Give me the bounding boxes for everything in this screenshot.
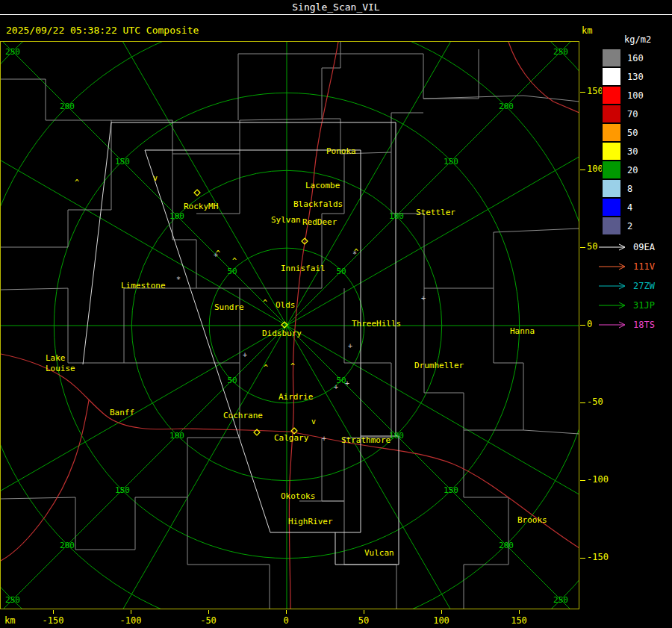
cross-marker: + bbox=[322, 435, 326, 443]
city-label-innisfail: Innisfail bbox=[281, 264, 326, 273]
legend-row: 130 bbox=[602, 67, 672, 86]
municipal-boundary bbox=[1, 154, 196, 363]
ring-distance-label: 100 bbox=[169, 431, 184, 441]
city-label-hanna: Hanna bbox=[510, 326, 535, 336]
municipal-boundary bbox=[1, 120, 111, 247]
legend-color-swatch bbox=[602, 123, 621, 142]
municipal-boundary bbox=[238, 49, 479, 99]
legend-value: 70 bbox=[627, 109, 638, 119]
ring-distance-label: 150 bbox=[115, 485, 130, 495]
x-axis-unit-label: km bbox=[4, 615, 15, 626]
legend-value: 2 bbox=[627, 221, 632, 231]
x-tick-mark bbox=[208, 610, 209, 614]
legend-unit-label: kg/m2 bbox=[624, 34, 672, 45]
legend-value: 160 bbox=[627, 53, 644, 63]
caret-marker: ^ bbox=[75, 178, 79, 187]
legend-value: 50 bbox=[627, 128, 638, 138]
radial-line bbox=[1, 115, 287, 326]
legend-row: 2 bbox=[602, 217, 672, 235]
city-label-rockymh: RockyMH bbox=[184, 202, 218, 211]
radar-site-row: 31JP bbox=[597, 296, 672, 315]
ring-distance-label: 200 bbox=[499, 541, 514, 550]
cross-marker: + bbox=[345, 379, 349, 388]
x-tick-mark bbox=[519, 610, 520, 614]
ring-distance-label: 150 bbox=[444, 157, 458, 167]
title-bar: Single_Scan_VIL bbox=[0, 0, 672, 15]
city-label-limestone: Limestone bbox=[121, 281, 166, 290]
municipal-boundary bbox=[464, 430, 508, 609]
radar-site-marker bbox=[194, 190, 200, 196]
city-label-highriver: HighRiver bbox=[288, 517, 333, 526]
legend-color-swatch bbox=[602, 105, 621, 123]
cross-marker: + bbox=[348, 342, 352, 350]
radar-site-row: 27ZW bbox=[597, 276, 672, 296]
radar-site-id: 111V bbox=[633, 261, 655, 272]
map-svg: 5010015020025050100150200250501001502002… bbox=[1, 42, 579, 609]
radar-site-row: 111V bbox=[597, 257, 672, 276]
municipal-boundary bbox=[322, 438, 396, 609]
ring-distance-label: 50 bbox=[227, 376, 237, 385]
radial-line bbox=[287, 326, 498, 609]
legend-row: 8 bbox=[602, 179, 672, 198]
x-tick-label: 150 bbox=[504, 615, 534, 626]
legend-color-swatch bbox=[602, 161, 621, 179]
site-arrow-icon bbox=[597, 301, 629, 310]
y-tick-label: 0 bbox=[587, 319, 592, 329]
scan-coverage-outline bbox=[335, 436, 399, 565]
legend-value: 20 bbox=[627, 165, 638, 175]
y-axis-unit-label: km bbox=[582, 25, 592, 36]
y-tick-label: -50 bbox=[587, 397, 603, 407]
highway-line bbox=[290, 432, 579, 548]
municipal-boundary bbox=[111, 42, 340, 154]
ring-distance-label: 250 bbox=[553, 47, 568, 57]
radial-line bbox=[1, 326, 287, 609]
x-tick-label: -150 bbox=[38, 615, 68, 626]
legend-color-swatch bbox=[602, 198, 621, 217]
x-tick-label: -100 bbox=[116, 615, 146, 626]
radar-site-id: 27ZW bbox=[633, 281, 655, 291]
radial-line bbox=[76, 326, 287, 609]
legend-row: 100 bbox=[602, 86, 672, 105]
legend-value: 8 bbox=[627, 184, 632, 194]
site-arrow-icon bbox=[597, 262, 629, 271]
city-label-sundre: Sundre bbox=[214, 302, 244, 312]
y-tick-label: -150 bbox=[587, 552, 609, 562]
site-arrow-icon bbox=[597, 243, 629, 252]
legend-row: 50 bbox=[602, 123, 672, 142]
star-marker: * bbox=[176, 276, 181, 284]
caret-marker: ^ bbox=[263, 299, 267, 307]
city-label-lake: Lake bbox=[46, 353, 66, 363]
radar-site-id: 31JP bbox=[633, 300, 655, 311]
municipal-boundary bbox=[1, 79, 111, 120]
legend-value: 100 bbox=[627, 90, 644, 101]
ring-distance-label: 250 bbox=[5, 595, 20, 605]
city-label-banff: Banff bbox=[110, 408, 134, 417]
legend-value: 30 bbox=[627, 146, 638, 157]
city-label-ponoka: Ponoka bbox=[326, 146, 356, 156]
cross-marker: + bbox=[243, 351, 247, 359]
cross-marker: + bbox=[214, 251, 218, 259]
radar-map[interactable]: 5010015020025050100150200250501001502002… bbox=[0, 41, 579, 609]
site-arrow-icon bbox=[597, 282, 629, 290]
radar-site-legend: 09EA111V27ZW31JP18TS bbox=[597, 237, 672, 335]
ring-distance-label: 200 bbox=[60, 541, 75, 550]
city-label-blackfalds: Blackfalds bbox=[293, 199, 343, 209]
legend-row: 30 bbox=[602, 142, 672, 161]
x-tick-label: 0 bbox=[271, 615, 301, 626]
caret-marker: ^ bbox=[232, 257, 237, 265]
legend-color-swatch bbox=[602, 179, 621, 198]
caret-marker: ^ bbox=[264, 364, 268, 372]
x-tick-label: 50 bbox=[349, 615, 379, 626]
ring-distance-label: 150 bbox=[444, 485, 458, 495]
y-tick-label: -100 bbox=[587, 474, 609, 485]
ring-distance-label: 200 bbox=[499, 102, 514, 111]
star-marker: * bbox=[352, 250, 357, 258]
legend-color-swatch bbox=[602, 142, 621, 161]
ring-distance-label: 100 bbox=[169, 211, 184, 221]
ring-distance-label: 50 bbox=[227, 267, 237, 276]
municipal-boundary bbox=[424, 288, 523, 430]
city-label-threehills: ThreeHills bbox=[352, 319, 401, 329]
city-label-airdrie: Airdrie bbox=[279, 392, 313, 402]
legend-row: 20 bbox=[602, 161, 672, 179]
y-tick-label: 100 bbox=[587, 164, 603, 174]
